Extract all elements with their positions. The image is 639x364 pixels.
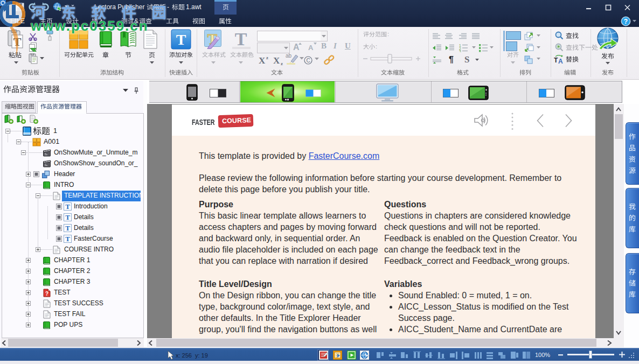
svg-text:z: z (281, 61, 283, 65)
svg-text:?: ? (624, 18, 628, 25)
svg-text:?: ? (45, 291, 48, 297)
svg-text:C: C (306, 58, 310, 64)
svg-text:T: T (65, 213, 70, 221)
svg-text:T: T (235, 29, 247, 49)
svg-text:ab: ab (286, 53, 292, 59)
svg-text:A: A (558, 58, 563, 64)
svg-text:X: X (259, 55, 266, 65)
svg-text:3: 3 (459, 50, 461, 52)
svg-text:T: T (176, 31, 186, 48)
svg-text:z: z (266, 55, 268, 60)
svg-text:T: T (65, 202, 70, 211)
svg-text:T: T (65, 224, 70, 232)
svg-text:A: A (308, 44, 314, 52)
svg-text:X: X (273, 55, 280, 65)
svg-text:T: T (65, 235, 70, 243)
svg-text:T: T (554, 57, 558, 64)
svg-text:A: A (293, 43, 300, 52)
